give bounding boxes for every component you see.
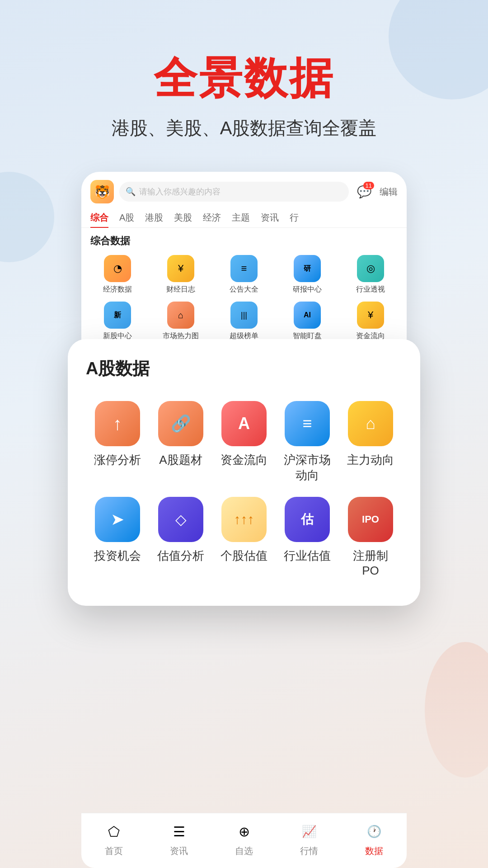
tab-综合[interactable]: 综合 (90, 208, 108, 227)
popup-icon-个股估值: ↑↑↑ (221, 497, 267, 542)
message-badge: 11 (363, 182, 374, 189)
popup-label-沪深市场动向: 沪深市场 动向 (284, 453, 331, 483)
phone-header: 🐯 🔍 请输入你感兴趣的内容 💬 11 编辑 (81, 172, 407, 208)
popup-item-注册制IPO[interactable]: IPO 注册制 PO (339, 492, 402, 584)
icon-经济数据-bg: ◔ (104, 255, 131, 282)
popup-card-a股数据: A股数据 ↑ 涨停分析 🔗 A股题材 A 资金流向 ≡ 沪深市场 动向 ⌂ 主力… (68, 339, 420, 606)
tab-港股[interactable]: 港股 (145, 208, 163, 227)
popup-label-A股题材: A股题材 (159, 453, 202, 468)
bg-decoration-ml (0, 172, 54, 262)
popup-icon-沪深市场动向: ≡ (285, 401, 330, 446)
message-button[interactable]: 💬 11 (354, 182, 374, 202)
icon-智能盯盘[interactable]: AI 智能盯盘 (276, 298, 339, 344)
popup-icon-注册制IPO: IPO (348, 497, 393, 542)
icon-财经日志-label: 财经日志 (166, 285, 195, 294)
popup-label-涨停分析: 涨停分析 (94, 453, 141, 468)
popup-item-估值分析[interactable]: ◇ 估值分析 (149, 492, 212, 584)
section-title-综合数据: 综合数据 (81, 228, 407, 251)
icon-行业透视[interactable]: ◎ 行业透视 (339, 251, 402, 298)
nav-icon-行情: 📈 (298, 821, 320, 842)
icon-财经日志-bg: ¥ (167, 255, 194, 282)
tab-经济[interactable]: 经济 (203, 208, 221, 227)
icon-财经日志[interactable]: ¥ 财经日志 (149, 251, 212, 298)
icon-公告大全-label: 公告大全 (230, 285, 258, 294)
popup-item-主力动向[interactable]: ⌂ 主力动向 (339, 396, 402, 488)
popup-label-估值分析: 估值分析 (157, 548, 204, 564)
sub-title: 港股、美股、A股数据查询全覆盖 (0, 116, 488, 141)
tab-行[interactable]: 行 (290, 208, 299, 227)
popup-item-投资机会[interactable]: ➤ 投资机会 (86, 492, 149, 584)
popup-label-投资机会: 投资机会 (94, 548, 141, 564)
icon-超级榜单-bg: ||| (230, 302, 258, 329)
popup-icon-A股题材: 🔗 (158, 401, 203, 446)
popup-icon-行业估值: 估 (285, 497, 330, 542)
popup-item-个股估值[interactable]: ↑↑↑ 个股估值 (212, 492, 276, 584)
nav-label-首页: 首页 (105, 845, 123, 857)
icon-公告大全-bg: ≡ (230, 255, 258, 282)
popup-label-资金流向: 资金流向 (221, 453, 267, 468)
icon-智能盯盘-bg: AI (294, 302, 321, 329)
popup-item-资金流向[interactable]: A 资金流向 (212, 396, 276, 488)
nav-资讯[interactable]: ☰ 资讯 (146, 821, 211, 857)
popup-label-个股估值: 个股估值 (221, 548, 267, 564)
icon-行业透视-bg: ◎ (357, 255, 384, 282)
popup-label-行业估值: 行业估值 (284, 548, 331, 564)
icon-公告大全[interactable]: ≡ 公告大全 (212, 251, 276, 298)
icon-市场热力图-bg: ⌂ (167, 302, 194, 329)
icon-研报中心[interactable]: 研 研报中心 (276, 251, 339, 298)
popup-icon-投资机会: ➤ (95, 497, 140, 542)
tab-美股[interactable]: 美股 (174, 208, 192, 227)
nav-label-行情: 行情 (300, 845, 318, 857)
bg-decoration-br (425, 642, 488, 778)
search-placeholder: 请输入你感兴趣的内容 (139, 186, 221, 197)
icon-经济数据-label: 经济数据 (103, 285, 132, 294)
popup-label-主力动向: 主力动向 (347, 453, 394, 468)
bottom-nav: ⬠ 首页 ☰ 资讯 ⊕ 自选 📈 行情 🕐 数据 (81, 813, 407, 868)
nav-行情[interactable]: 📈 行情 (277, 821, 342, 857)
popup-icon-估值分析: ◇ (158, 497, 203, 542)
popup-item-A股题材[interactable]: 🔗 A股题材 (149, 396, 212, 488)
icon-资金流向-phone[interactable]: ¥ 资金流向 (339, 298, 402, 344)
nav-label-资讯: 资讯 (170, 845, 188, 857)
popup-item-沪深市场动向[interactable]: ≡ 沪深市场 动向 (276, 396, 339, 488)
edit-button[interactable]: 编辑 (380, 186, 398, 198)
icon-经济数据[interactable]: ◔ 经济数据 (86, 251, 149, 298)
popup-item-行业估值[interactable]: 估 行业估值 (276, 492, 339, 584)
icon-研报中心-bg: 研 (294, 255, 321, 282)
icon-grid-row1: ◔ 经济数据 ¥ 财经日志 ≡ 公告大全 研 研报中心 ◎ 行业透视 (81, 251, 407, 298)
search-icon: 🔍 (126, 187, 136, 197)
nav-label-数据: 数据 (365, 845, 383, 857)
popup-title: A股数据 (86, 357, 402, 380)
tab-A股[interactable]: A股 (119, 208, 134, 227)
icon-研报中心-label: 研报中心 (293, 285, 322, 294)
nav-icon-资讯: ☰ (168, 821, 190, 842)
icon-新股中心-bg: 新 (104, 302, 131, 329)
icon-新股中心[interactable]: 新 新股中心 (86, 298, 149, 344)
popup-label-注册制IPO: 注册制 PO (353, 548, 388, 579)
popup-icon-资金流向: A (221, 401, 267, 446)
tab-资讯[interactable]: 资讯 (261, 208, 279, 227)
icon-市场热力图[interactable]: ⌂ 市场热力图 (149, 298, 212, 344)
popup-icon-涨停分析: ↑ (95, 401, 140, 446)
icon-超级榜单[interactable]: ||| 超级榜单 (212, 298, 276, 344)
main-title: 全景数据 (0, 54, 488, 102)
nav-label-自选: 自选 (235, 845, 253, 857)
icon-行业透视-label: 行业透视 (356, 285, 385, 294)
nav-数据[interactable]: 🕐 数据 (342, 821, 407, 857)
nav-自选[interactable]: ⊕ 自选 (211, 821, 277, 857)
tab-bar: 综合 A股 港股 美股 经济 主题 资讯 行 (81, 208, 407, 228)
nav-icon-首页: ⬠ (103, 821, 125, 842)
app-logo: 🐯 (90, 180, 114, 203)
search-bar[interactable]: 🔍 请输入你感兴趣的内容 (119, 182, 349, 202)
popup-grid-row1: ↑ 涨停分析 🔗 A股题材 A 资金流向 ≡ 沪深市场 动向 ⌂ 主力动向 ➤ … (86, 396, 402, 583)
nav-首页[interactable]: ⬠ 首页 (81, 821, 146, 857)
nav-icon-数据: 🕐 (363, 821, 385, 842)
tab-主题[interactable]: 主题 (232, 208, 250, 227)
icon-grid-row2: 新 新股中心 ⌂ 市场热力图 ||| 超级榜单 AI 智能盯盘 ¥ 资金流向 (81, 298, 407, 344)
popup-item-涨停分析[interactable]: ↑ 涨停分析 (86, 396, 149, 488)
icon-资金流向-phone-bg: ¥ (357, 302, 384, 329)
popup-icon-主力动向: ⌂ (348, 401, 393, 446)
nav-icon-自选: ⊕ (233, 821, 255, 842)
header-area: 全景数据 港股、美股、A股数据查询全覆盖 (0, 0, 488, 141)
